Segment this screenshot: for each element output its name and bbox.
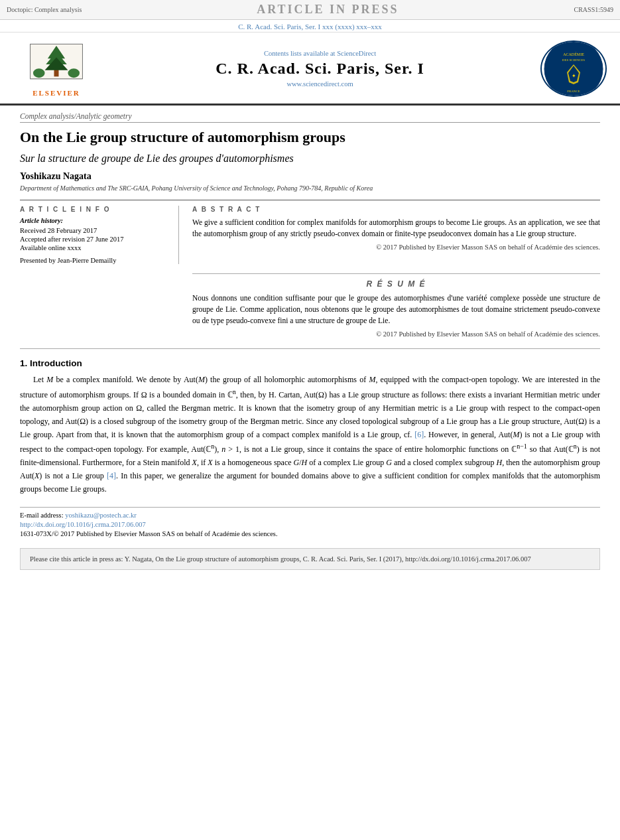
academie-sciences-logo: ACADÉMIE DES SCIENCES ✦ FRANCE [544,40,603,97]
svg-point-6 [68,68,80,78]
article-body: Complex analysis/Analytic geometry On th… [0,105,620,583]
doi-footnote: http://dx.doi.org/10.1016/j.crma.2017.06… [20,521,600,528]
email-footnote: E-mail address: yoshikazu@postech.ac.kr [20,512,600,519]
svg-text:FRANCE: FRANCE [567,90,580,93]
journal-url-link[interactable]: www.sciencedirect.com [99,80,540,88]
svg-point-5 [33,68,45,78]
accepted-date: Accepted after revision 27 June 2017 [20,236,169,243]
category-line: Complex analysis/Analytic geometry [20,112,600,123]
article-id: CRASS1:5949 [574,6,613,13]
presented-by: Presented by Jean-Pierre Demailly [20,257,169,264]
journal-logo-right: ACADÉMIE DES SCIENCES ✦ FRANCE [540,40,607,97]
doctopic-label: Doctopic: Complex analysis [7,6,82,13]
received-date: Received 28 February 2017 [20,227,169,234]
email-text: yoshikazu@postech.ac.kr [65,512,137,519]
elsevier-logo: ELSEVIER [13,41,99,97]
svg-text:✦: ✦ [572,73,576,79]
intro-paragraph: Let M be a complex manifold. We denote b… [20,374,600,496]
science-direct-text: Contents lists available at ScienceDirec… [264,50,376,57]
available-date: Available online xxxx [20,244,169,251]
resume-text: Nous donnons une condition suffisante po… [192,293,600,327]
abstract-copyright: © 2017 Published by Elsevier Masson SAS … [192,244,600,251]
email-label: E-mail address: [20,512,64,519]
issn-footnote: 1631-073X/© 2017 Published by Elsevier M… [20,530,600,537]
affiliation: Department of Mathematics and The SRC-GA… [20,184,600,192]
resume-section: R É S U M É Nous donnons une condition s… [192,273,600,338]
two-col-section: A R T I C L E I N F O Article history: R… [20,200,600,264]
history-label: Article history: [20,217,169,224]
svg-text:ACADÉMIE: ACADÉMIE [563,52,584,56]
doi-text: http://dx.doi.org/10.1016/j.crma.2017.06… [20,521,146,528]
article-info-col: A R T I C L E I N F O Article history: R… [20,206,179,264]
journal-center: Contents lists available at ScienceDirec… [99,50,540,88]
resume-heading: R É S U M É [192,279,600,289]
article-in-press-text: ARTICLE IN PRESS [257,3,399,16]
article-in-press-banner: ARTICLE IN PRESS [82,3,574,17]
resume-copyright: © 2017 Published by Elsevier Masson SAS … [192,330,600,338]
elsevier-label: ELSEVIER [32,89,80,97]
abstract-text: We give a sufficient condition for compl… [192,217,600,240]
journal-header: ELSEVIER Contents lists available at Sci… [0,33,620,105]
top-banner: Doctopic: Complex analysis ARTICLE IN PR… [0,0,620,20]
science-direct-link[interactable]: Contents lists available at ScienceDirec… [99,50,540,57]
article-info-heading: A R T I C L E I N F O [20,206,169,213]
article-title: On the Lie group structure of automorphi… [20,128,600,147]
abstract-col: A B S T R A C T We give a sufficient con… [192,206,600,264]
bottom-note: Please cite this article in press as: Y.… [20,548,600,571]
doi-link[interactable]: http://dx.doi.org/10.1016/j.crma.2017.06… [20,521,146,528]
author-name: Yoshikazu Nagata [20,171,600,182]
svg-text:DES SCIENCES: DES SCIENCES [562,58,586,62]
abstract-heading: A B S T R A C T [192,206,600,213]
intro-section-title: 1. Introduction [20,358,600,368]
citation-text: C. R. Acad. Sci. Paris, Ser. I xxx (xxxx… [238,23,382,31]
ref-4-link[interactable]: [4] [107,471,116,480]
journal-title: C. R. Acad. Sci. Paris, Ser. I [99,60,540,78]
journal-url-text: www.sciencedirect.com [286,80,353,88]
article-subtitle: Sur la structure de groupe de Lie des gr… [20,153,600,165]
footnote-area: E-mail address: yoshikazu@postech.ac.kr … [20,507,600,537]
citation-line: C. R. Acad. Sci. Paris, Ser. I xxx (xxxx… [0,20,620,33]
intro-section: 1. Introduction Let M be a complex manif… [20,358,600,496]
email-link[interactable]: yoshikazu@postech.ac.kr [65,512,137,519]
ref-6-link[interactable]: [6] [414,430,424,439]
bottom-note-text: Please cite this article in press as: Y.… [30,555,531,563]
elsevier-tree-icon [23,41,90,88]
section-divider [20,348,600,349]
